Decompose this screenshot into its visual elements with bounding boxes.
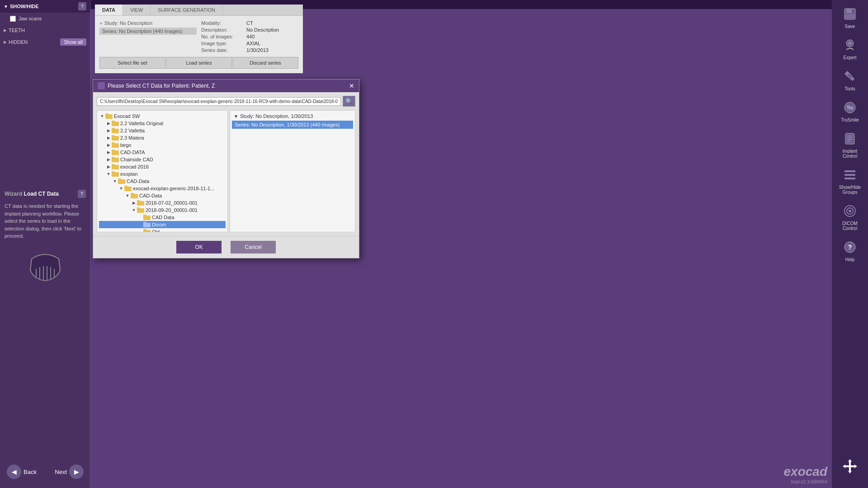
- teeth-section[interactable]: ▶ TEETH: [0, 24, 90, 36]
- svg-point-62: [849, 210, 851, 212]
- tree-item-bego[interactable]: ▶ bego: [99, 141, 226, 149]
- modality-label: Modality:: [201, 20, 246, 26]
- tree-item-cad-data-exoplan[interactable]: ▼ CAD-Data: [99, 178, 226, 185]
- folder-icon-valletta-original: [112, 121, 119, 126]
- folder-icon-2018-07: [137, 200, 144, 206]
- show-hide-info-button[interactable]: ?: [78, 2, 86, 10]
- back-circle: ◀: [7, 465, 21, 479]
- hidden-section: ▶ HIDDEN Show all: [0, 36, 90, 48]
- dialog-title-text: Please Select CT Data for Patient: Patie…: [108, 83, 215, 89]
- expert-button[interactable]: Expert: [834, 33, 866, 64]
- svg-rect-57: [844, 170, 855, 172]
- tools-label: Tools: [844, 86, 855, 91]
- implant-control-button[interactable]: Implant Control: [834, 127, 866, 162]
- data-panel-content: ● Study: No Description Series: No Descr…: [95, 16, 303, 73]
- tree-item-chairside[interactable]: ▶ Chairside CAD: [99, 156, 226, 163]
- tree-label-matera: 2.3 Matera: [120, 135, 144, 141]
- next-label: Next: [55, 469, 67, 475]
- show-hide-groups-icon: [842, 167, 858, 183]
- tab-data[interactable]: DATA: [95, 5, 123, 15]
- cancel-button[interactable]: Cancel: [231, 241, 276, 253]
- jaw-scans-checkbox[interactable]: [10, 16, 16, 22]
- tree-item-cad-data-top[interactable]: ▶ CAD-DATA: [99, 149, 226, 156]
- help-label: Help: [845, 257, 855, 262]
- wizard-description: CT data is needed for starting the impla…: [5, 202, 86, 240]
- svg-rect-23: [112, 171, 115, 173]
- load-series-button[interactable]: Load series: [166, 57, 232, 69]
- select-file-set-button[interactable]: Select file set: [99, 57, 165, 69]
- show-hide-chevron-icon: ▼: [4, 4, 8, 9]
- tree-item-matera[interactable]: ▶ 2.3 Matera: [99, 134, 226, 141]
- svg-rect-29: [131, 193, 134, 195]
- svg-point-48: [848, 42, 852, 45]
- tree-toggle-dicom: [137, 221, 143, 228]
- svg-rect-58: [844, 174, 855, 176]
- tree-label-cad-data-exoplan: CAD-Data: [127, 178, 149, 184]
- help-button[interactable]: ? Help: [834, 235, 866, 266]
- image-type-value: AXIAL: [246, 41, 260, 46]
- show-hide-groups-label: Show/Hide Groups: [836, 185, 864, 195]
- svg-rect-13: [112, 135, 115, 137]
- folder-icon-chairside: [112, 157, 119, 162]
- tree-label-2018-09: 2018-09-20_00001-001: [146, 207, 198, 213]
- tree-toggle-exoplan: ▼: [105, 171, 112, 177]
- svg-rect-7: [105, 113, 108, 115]
- svg-rect-9: [112, 121, 115, 122]
- tree-item-cad-data-sub[interactable]: ▼ CAD-Data: [99, 192, 226, 199]
- tree-label-bego: bego: [120, 142, 131, 148]
- tab-view[interactable]: VIEW: [123, 5, 151, 15]
- tree-label-exoplan: exoplan: [120, 171, 138, 177]
- tree-item-cad-data-leaf[interactable]: CAD Data: [99, 214, 226, 221]
- svg-rect-15: [112, 142, 115, 144]
- file-tree[interactable]: ▼ Exocad SW ▶ 2.2 Valletta Original: [97, 110, 228, 232]
- folder-icon-matera: [112, 135, 119, 141]
- tools-button[interactable]: Tools: [834, 65, 866, 95]
- folder-icon-valletta: [112, 128, 119, 133]
- tree-item-exocad2016[interactable]: ▶ exocad 2016: [99, 163, 226, 170]
- tree-item-2018-07[interactable]: ▶ 2018-07-02_00001-001: [99, 199, 226, 206]
- discard-series-button[interactable]: Discard series: [232, 57, 298, 69]
- dialog-close-button[interactable]: ✕: [349, 82, 354, 89]
- trusmile-label: TruSmile: [841, 117, 859, 122]
- tree-toggle-cad-data-exoplan: ▼: [112, 178, 118, 184]
- tree-label-exocad2016: exocad 2016: [120, 164, 149, 169]
- tab-surface-generation[interactable]: SURFACE GENERATION: [151, 5, 223, 15]
- tree-toggle-cad-data-leaf: [137, 214, 143, 221]
- back-button[interactable]: ◀ Back: [7, 465, 37, 479]
- show-all-button[interactable]: Show all: [60, 38, 86, 46]
- path-input[interactable]: [97, 97, 341, 106]
- next-circle: ▶: [69, 465, 84, 479]
- tree-label-valletta-original: 2.2 Valletta Original: [120, 121, 163, 126]
- series-panel[interactable]: ▼ Study: No Description, 1/30/2013 Serie…: [230, 110, 355, 232]
- tree-item-exoplan[interactable]: ▼ exoplan: [99, 170, 226, 178]
- trusmile-button[interactable]: Tru TruSmile: [834, 96, 866, 126]
- series-selected-item[interactable]: Series: No Description, 1/30/2013 (440 I…: [232, 121, 353, 129]
- next-button[interactable]: Next ▶: [55, 465, 84, 479]
- tree-label-2018-07: 2018-07-02_00001-001: [146, 200, 198, 206]
- folder-icon-dicom: [143, 222, 151, 227]
- tree-item-valletta-original[interactable]: ▶ 2.2 Valletta Original: [99, 120, 226, 127]
- save-button[interactable]: Save: [834, 2, 866, 33]
- study-chevron: ▼: [234, 114, 238, 119]
- folder-icon-exoplan-generic: [124, 186, 132, 191]
- wizard-info-button[interactable]: ?: [78, 190, 86, 198]
- tree-item-2018-09[interactable]: ▼ 2018-09-20_00001-001: [99, 206, 226, 214]
- jaw-scans-item[interactable]: Jaw scans: [0, 13, 90, 24]
- ct-data-dialog: Please Select CT Data for Patient: Patie…: [93, 79, 359, 258]
- ok-button[interactable]: OK: [176, 241, 222, 253]
- dialog-body: 🔍 ▼ Exocad SW ▶: [93, 92, 359, 236]
- tree-item-old[interactable]: Old: [99, 228, 226, 232]
- implant-control-label: Implant Control: [836, 149, 864, 159]
- tree-item-root[interactable]: ▼ Exocad SW: [99, 113, 226, 120]
- show-hide-groups-button[interactable]: Show/Hide Groups: [834, 163, 866, 198]
- path-search-button[interactable]: 🔍: [343, 96, 355, 107]
- tree-label-chairside: Chairside CAD: [120, 157, 153, 162]
- tree-item-exoplan-generic[interactable]: ▼ exocad-exoplan-generic-2018-11-1...: [99, 185, 226, 192]
- tree-item-valletta[interactable]: ▶ 2.2 Valletta: [99, 127, 226, 134]
- folder-icon-bego: [112, 142, 119, 148]
- svg-rect-19: [112, 157, 115, 159]
- svg-rect-45: [846, 9, 852, 13]
- dicom-control-button[interactable]: DICOM Control: [834, 199, 866, 235]
- tree-item-dicom[interactable]: Dicom: [99, 221, 226, 228]
- tree-toggle-matera: ▶: [105, 135, 112, 141]
